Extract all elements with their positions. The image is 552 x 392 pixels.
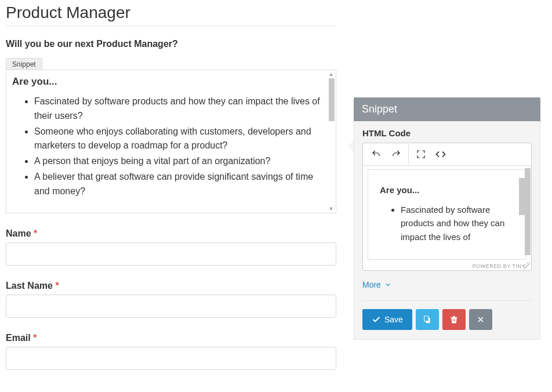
snippet-heading: Are you...	[12, 76, 323, 88]
scrollbar[interactable]: ▲ ▼	[328, 71, 335, 212]
list-item: A person that enjoys being a vital part …	[34, 154, 323, 169]
property-panel: Snippet HTML Code	[354, 97, 540, 340]
editor-area[interactable]: Are you... Fascinated by software produc…	[363, 166, 531, 270]
editor-preview: Are you... Fascinated by software produc…	[368, 169, 526, 260]
required-marker: *	[33, 333, 37, 343]
panel-pointer-icon	[348, 140, 354, 152]
copy-button[interactable]	[416, 309, 439, 330]
snippet-content: Are you... Fascinated by software produc…	[6, 70, 336, 213]
close-button[interactable]	[469, 309, 492, 330]
list-item: A believer that great software can provi…	[34, 170, 323, 199]
snippet-editor[interactable]: Are you... Fascinated by software produc…	[6, 70, 336, 213]
label-text: Name	[6, 228, 31, 238]
scrollbar[interactable]	[524, 166, 532, 271]
delete-button[interactable]	[442, 309, 466, 330]
lastname-input[interactable]	[6, 295, 336, 318]
email-label: Email *	[6, 333, 336, 343]
divider	[362, 300, 532, 301]
html-editor: Are you... Fascinated by software produc…	[362, 143, 532, 271]
snippet-bullet-list: Fascinated by software products and how …	[12, 95, 323, 199]
undo-icon	[371, 149, 382, 159]
redo-button[interactable]	[386, 144, 406, 164]
fullscreen-icon	[416, 149, 426, 159]
required-marker: *	[34, 228, 37, 238]
more-toggle[interactable]: More	[362, 280, 391, 289]
label-text: Last Name	[6, 281, 53, 291]
scroll-up-icon[interactable]: ▲	[329, 71, 334, 77]
undo-button[interactable]	[366, 144, 386, 164]
close-icon	[476, 315, 485, 324]
panel-title: Snippet	[354, 97, 540, 121]
save-label: Save	[384, 315, 403, 324]
powered-by-label: POWERED BY TINY	[473, 263, 525, 269]
list-item: Fascinated by software products and how …	[34, 95, 323, 124]
panel-body: HTML Code	[354, 121, 540, 340]
lastname-label: Last Name *	[6, 281, 336, 291]
scroll-thumb[interactable]	[525, 168, 531, 255]
email-input[interactable]	[6, 347, 336, 370]
code-icon	[435, 149, 446, 159]
save-button[interactable]: Save	[362, 309, 412, 330]
list-item: Fascinated by software products and how …	[401, 203, 514, 244]
source-code-button[interactable]	[431, 144, 451, 164]
name-input[interactable]	[6, 242, 336, 266]
trash-icon	[449, 315, 459, 324]
redo-icon	[391, 149, 401, 159]
preview-bullet-list: Fascinated by software products and how …	[380, 203, 514, 244]
copy-icon	[423, 315, 432, 324]
preview-heading: Are you...	[380, 185, 514, 195]
main-content: Product Manager Will you be our next Pro…	[0, 0, 342, 376]
required-marker: *	[55, 281, 59, 291]
scroll-thumb[interactable]	[329, 78, 335, 121]
page-title: Product Manager	[6, 3, 336, 26]
svg-rect-1	[424, 316, 428, 321]
snippet-tab[interactable]: Snippet	[6, 58, 42, 70]
label-text: Email	[6, 333, 31, 343]
name-label: Name *	[6, 228, 336, 239]
panel-actions: Save	[362, 309, 532, 330]
html-code-label: HTML Code	[362, 128, 532, 138]
more-label: More	[362, 280, 381, 289]
fullscreen-button[interactable]	[411, 144, 431, 164]
list-item: Someone who enjoys collaborating with cu…	[34, 125, 323, 154]
editor-toolbar	[363, 143, 531, 166]
chevron-down-icon	[384, 281, 391, 288]
scroll-down-icon[interactable]: ▼	[329, 206, 334, 212]
page-subheading: Will you be our next Product Manager?	[6, 39, 336, 49]
check-icon	[372, 315, 381, 324]
